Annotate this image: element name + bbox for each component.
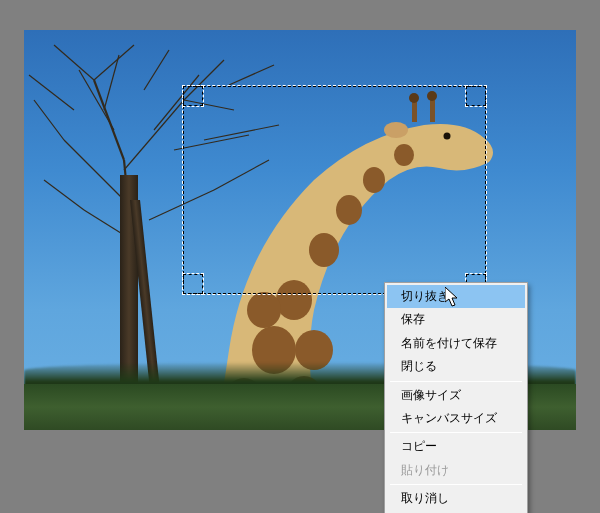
svg-line-5 (94, 45, 134, 80)
svg-line-12 (79, 70, 114, 130)
menu-item-copy[interactable]: コピー (387, 435, 525, 458)
menu-item-save[interactable]: 保存 (387, 308, 525, 331)
menu-separator (390, 381, 522, 382)
menu-item-paste: 貼り付け (387, 459, 525, 482)
svg-line-4 (54, 45, 94, 80)
svg-line-16 (44, 180, 84, 210)
svg-point-29 (247, 292, 281, 328)
context-menu: 切り抜き 保存 名前を付けて保存 閉じる 画像サイズ キャンバスサイズ コピー … (384, 282, 528, 513)
svg-line-17 (144, 50, 169, 90)
menu-separator (390, 484, 522, 485)
svg-line-18 (104, 55, 119, 110)
crop-handle-top-left[interactable] (182, 85, 204, 107)
svg-line-19 (229, 65, 274, 85)
svg-line-11 (29, 75, 74, 110)
menu-item-undo[interactable]: 取り消し (387, 487, 525, 510)
svg-line-1 (94, 80, 124, 160)
crop-handle-top-right[interactable] (465, 85, 487, 107)
crop-selection[interactable] (182, 85, 487, 295)
menu-item-save-as[interactable]: 名前を付けて保存 (387, 332, 525, 355)
menu-item-crop[interactable]: 切り抜き (387, 285, 525, 308)
menu-item-canvas-size[interactable]: キャンバスサイズ (387, 407, 525, 430)
menu-separator (390, 432, 522, 433)
svg-line-3 (34, 100, 64, 140)
svg-line-2 (64, 140, 124, 200)
crop-handle-bottom-left[interactable] (182, 273, 204, 295)
svg-line-6 (124, 100, 184, 170)
menu-item-image-size[interactable]: 画像サイズ (387, 384, 525, 407)
menu-item-close[interactable]: 閉じる (387, 355, 525, 378)
